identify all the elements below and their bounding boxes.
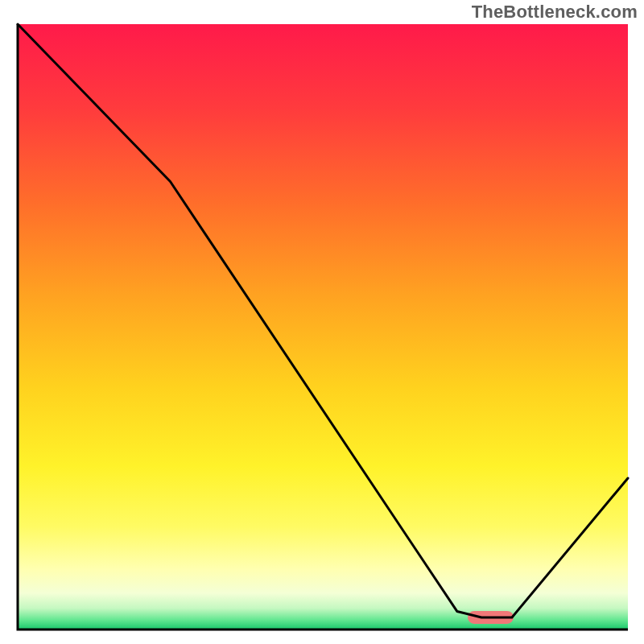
plot-background: [18, 24, 628, 630]
watermark-text: TheBottleneck.com: [472, 2, 638, 23]
bottleneck-chart: [0, 0, 644, 644]
chart-container: TheBottleneck.com: [0, 0, 644, 644]
